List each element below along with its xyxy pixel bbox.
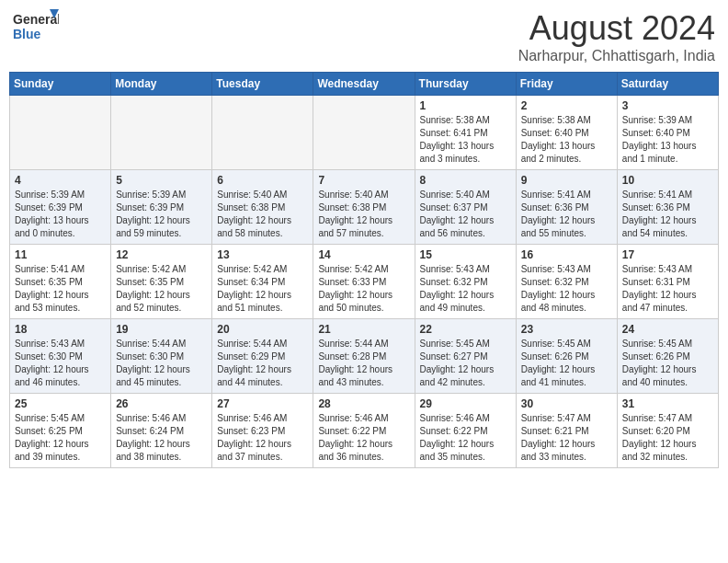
svg-text:General: General — [13, 12, 59, 27]
day-info: Sunrise: 5:43 AM Sunset: 6:30 PM Dayligh… — [15, 338, 106, 389]
day-info: Sunrise: 5:43 AM Sunset: 6:32 PM Dayligh… — [420, 263, 511, 315]
day-number: 6 — [217, 174, 308, 187]
day-number: 9 — [521, 174, 612, 187]
day-info: Sunrise: 5:43 AM Sunset: 6:31 PM Dayligh… — [622, 263, 713, 315]
calendar-day: 5Sunrise: 5:39 AM Sunset: 6:39 PM Daylig… — [111, 170, 212, 245]
calendar-day: 24Sunrise: 5:45 AM Sunset: 6:26 PM Dayli… — [617, 319, 718, 394]
calendar-day — [212, 96, 313, 170]
day-number: 31 — [622, 397, 713, 410]
day-info: Sunrise: 5:45 AM Sunset: 6:26 PM Dayligh… — [521, 338, 612, 389]
logo: GeneralBlue — [13, 9, 59, 42]
day-number: 26 — [116, 397, 207, 410]
calendar-day: 13Sunrise: 5:42 AM Sunset: 6:34 PM Dayli… — [212, 245, 313, 319]
day-info: Sunrise: 5:44 AM Sunset: 6:28 PM Dayligh… — [318, 338, 409, 389]
day-info: Sunrise: 5:40 AM Sunset: 6:38 PM Dayligh… — [318, 189, 409, 240]
day-number: 15 — [420, 248, 511, 261]
day-number: 25 — [15, 397, 106, 410]
calendar-day: 8Sunrise: 5:40 AM Sunset: 6:37 PM Daylig… — [415, 170, 516, 245]
day-number: 12 — [116, 248, 207, 261]
calendar-day: 26Sunrise: 5:46 AM Sunset: 6:24 PM Dayli… — [111, 394, 212, 468]
page-header: GeneralBlue August 2024 Narharpur, Chhat… — [9, 9, 719, 64]
month-year: August 2024 — [518, 9, 715, 48]
calendar-day: 16Sunrise: 5:43 AM Sunset: 6:32 PM Dayli… — [516, 245, 617, 319]
day-number: 28 — [318, 397, 409, 410]
calendar-week-2: 4Sunrise: 5:39 AM Sunset: 6:39 PM Daylig… — [10, 170, 719, 245]
svg-text:Blue: Blue — [13, 27, 41, 41]
calendar-day: 27Sunrise: 5:46 AM Sunset: 6:23 PM Dayli… — [212, 394, 313, 468]
calendar-table: Sunday Monday Tuesday Wednesday Thursday… — [9, 72, 719, 468]
day-info: Sunrise: 5:40 AM Sunset: 6:37 PM Dayligh… — [420, 189, 511, 240]
calendar-day: 23Sunrise: 5:45 AM Sunset: 6:26 PM Dayli… — [516, 319, 617, 394]
calendar-day: 17Sunrise: 5:43 AM Sunset: 6:31 PM Dayli… — [617, 245, 718, 319]
day-info: Sunrise: 5:46 AM Sunset: 6:22 PM Dayligh… — [318, 412, 409, 464]
calendar-day: 12Sunrise: 5:42 AM Sunset: 6:35 PM Dayli… — [111, 245, 212, 319]
calendar-header-row: Sunday Monday Tuesday Wednesday Thursday… — [10, 73, 719, 96]
day-number: 29 — [420, 397, 511, 410]
day-info: Sunrise: 5:39 AM Sunset: 6:40 PM Dayligh… — [622, 114, 713, 166]
day-number: 1 — [420, 99, 511, 112]
calendar-day: 6Sunrise: 5:40 AM Sunset: 6:38 PM Daylig… — [212, 170, 313, 245]
day-info: Sunrise: 5:42 AM Sunset: 6:33 PM Dayligh… — [318, 263, 409, 315]
calendar-day: 18Sunrise: 5:43 AM Sunset: 6:30 PM Dayli… — [10, 319, 111, 394]
day-number: 10 — [622, 174, 713, 187]
day-number: 17 — [622, 248, 713, 261]
day-info: Sunrise: 5:43 AM Sunset: 6:32 PM Dayligh… — [521, 263, 612, 315]
day-info: Sunrise: 5:45 AM Sunset: 6:25 PM Dayligh… — [15, 412, 106, 464]
calendar-day: 1Sunrise: 5:38 AM Sunset: 6:41 PM Daylig… — [415, 96, 516, 170]
calendar-day: 11Sunrise: 5:41 AM Sunset: 6:35 PM Dayli… — [10, 245, 111, 319]
calendar-day: 9Sunrise: 5:41 AM Sunset: 6:36 PM Daylig… — [516, 170, 617, 245]
day-info: Sunrise: 5:40 AM Sunset: 6:38 PM Dayligh… — [217, 189, 308, 240]
calendar-day: 3Sunrise: 5:39 AM Sunset: 6:40 PM Daylig… — [617, 96, 718, 170]
day-number: 23 — [521, 323, 612, 336]
calendar-day: 25Sunrise: 5:45 AM Sunset: 6:25 PM Dayli… — [10, 394, 111, 468]
day-info: Sunrise: 5:46 AM Sunset: 6:22 PM Dayligh… — [420, 412, 511, 464]
day-number: 4 — [15, 174, 106, 187]
day-number: 13 — [217, 248, 308, 261]
title-block: August 2024 Narharpur, Chhattisgarh, Ind… — [518, 9, 715, 64]
day-info: Sunrise: 5:41 AM Sunset: 6:35 PM Dayligh… — [15, 263, 106, 315]
day-info: Sunrise: 5:47 AM Sunset: 6:21 PM Dayligh… — [521, 412, 612, 464]
day-number: 7 — [318, 174, 409, 187]
day-number: 19 — [116, 323, 207, 336]
calendar-day: 2Sunrise: 5:38 AM Sunset: 6:40 PM Daylig… — [516, 96, 617, 170]
calendar-week-5: 25Sunrise: 5:45 AM Sunset: 6:25 PM Dayli… — [10, 394, 719, 468]
day-info: Sunrise: 5:44 AM Sunset: 6:29 PM Dayligh… — [217, 338, 308, 389]
day-info: Sunrise: 5:45 AM Sunset: 6:27 PM Dayligh… — [420, 338, 511, 389]
col-monday: Monday — [111, 73, 212, 96]
day-number: 20 — [217, 323, 308, 336]
calendar-day: 15Sunrise: 5:43 AM Sunset: 6:32 PM Dayli… — [415, 245, 516, 319]
calendar-day: 20Sunrise: 5:44 AM Sunset: 6:29 PM Dayli… — [212, 319, 313, 394]
day-info: Sunrise: 5:39 AM Sunset: 6:39 PM Dayligh… — [116, 189, 207, 240]
day-info: Sunrise: 5:41 AM Sunset: 6:36 PM Dayligh… — [521, 189, 612, 240]
calendar-day: 31Sunrise: 5:47 AM Sunset: 6:20 PM Dayli… — [617, 394, 718, 468]
calendar-day: 19Sunrise: 5:44 AM Sunset: 6:30 PM Dayli… — [111, 319, 212, 394]
day-info: Sunrise: 5:47 AM Sunset: 6:20 PM Dayligh… — [622, 412, 713, 464]
calendar-week-4: 18Sunrise: 5:43 AM Sunset: 6:30 PM Dayli… — [10, 319, 719, 394]
col-saturday: Saturday — [617, 73, 718, 96]
location: Narharpur, Chhattisgarh, India — [518, 48, 715, 64]
day-info: Sunrise: 5:41 AM Sunset: 6:36 PM Dayligh… — [622, 189, 713, 240]
calendar-day — [313, 96, 415, 170]
day-number: 11 — [15, 248, 106, 261]
day-number: 16 — [521, 248, 612, 261]
calendar-day: 22Sunrise: 5:45 AM Sunset: 6:27 PM Dayli… — [415, 319, 516, 394]
calendar-day: 7Sunrise: 5:40 AM Sunset: 6:38 PM Daylig… — [313, 170, 415, 245]
day-number: 22 — [420, 323, 511, 336]
day-number: 5 — [116, 174, 207, 187]
calendar-day: 14Sunrise: 5:42 AM Sunset: 6:33 PM Dayli… — [313, 245, 415, 319]
calendar-day — [111, 96, 212, 170]
day-number: 3 — [622, 99, 713, 112]
day-number: 18 — [15, 323, 106, 336]
calendar-day: 28Sunrise: 5:46 AM Sunset: 6:22 PM Dayli… — [313, 394, 415, 468]
day-info: Sunrise: 5:46 AM Sunset: 6:23 PM Dayligh… — [217, 412, 308, 464]
day-number: 2 — [521, 99, 612, 112]
day-number: 14 — [318, 248, 409, 261]
day-info: Sunrise: 5:42 AM Sunset: 6:35 PM Dayligh… — [116, 263, 207, 315]
day-info: Sunrise: 5:42 AM Sunset: 6:34 PM Dayligh… — [217, 263, 308, 315]
col-sunday: Sunday — [10, 73, 111, 96]
day-number: 30 — [521, 397, 612, 410]
calendar-day: 30Sunrise: 5:47 AM Sunset: 6:21 PM Dayli… — [516, 394, 617, 468]
day-info: Sunrise: 5:38 AM Sunset: 6:41 PM Dayligh… — [420, 114, 511, 166]
day-info: Sunrise: 5:45 AM Sunset: 6:26 PM Dayligh… — [622, 338, 713, 389]
col-tuesday: Tuesday — [212, 73, 313, 96]
